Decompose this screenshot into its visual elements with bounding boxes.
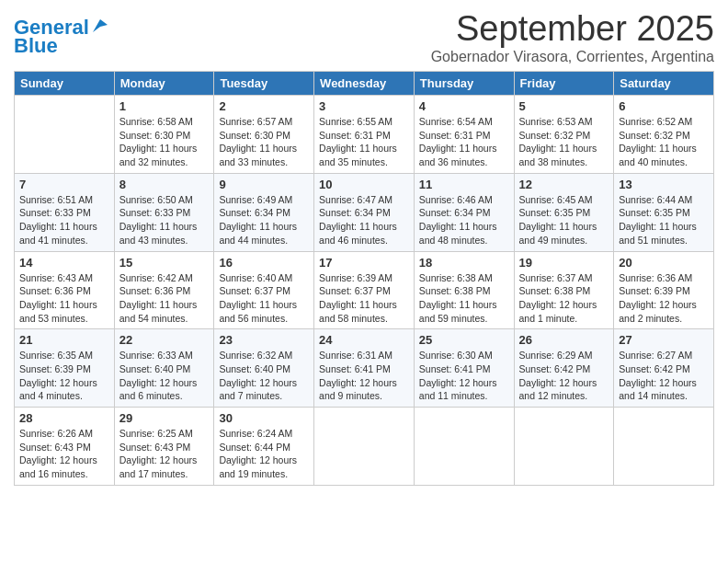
calendar-cell: 5Sunrise: 6:53 AMSunset: 6:32 PMDaylight… xyxy=(514,96,614,174)
svg-marker-0 xyxy=(93,19,108,32)
calendar-cell: 10Sunrise: 6:47 AMSunset: 6:34 PMDayligh… xyxy=(314,173,415,251)
calendar-cell: 23Sunrise: 6:32 AMSunset: 6:40 PMDayligh… xyxy=(214,329,314,408)
day-number: 26 xyxy=(519,333,609,347)
day-info: Sunrise: 6:42 AMSunset: 6:36 PMDaylight:… xyxy=(119,271,210,326)
weekday-header-saturday: Saturday xyxy=(614,72,714,96)
weekday-header-tuesday: Tuesday xyxy=(214,72,314,96)
day-info: Sunrise: 6:55 AMSunset: 6:31 PMDaylight:… xyxy=(319,115,409,169)
day-info: Sunrise: 6:26 AMSunset: 6:43 PMDaylight:… xyxy=(19,427,109,481)
day-info: Sunrise: 6:35 AMSunset: 6:39 PMDaylight:… xyxy=(19,349,109,403)
day-number: 10 xyxy=(319,178,409,191)
day-number: 20 xyxy=(619,256,709,270)
calendar-cell: 9Sunrise: 6:49 AMSunset: 6:34 PMDaylight… xyxy=(214,173,314,251)
day-info: Sunrise: 6:52 AMSunset: 6:32 PMDaylight:… xyxy=(619,115,709,169)
calendar-cell xyxy=(15,96,115,174)
day-number: 8 xyxy=(119,178,210,191)
day-number: 7 xyxy=(19,178,109,191)
day-info: Sunrise: 6:39 AMSunset: 6:37 PMDaylight:… xyxy=(319,271,409,326)
day-info: Sunrise: 6:49 AMSunset: 6:34 PMDaylight:… xyxy=(219,193,309,247)
calendar-cell: 29Sunrise: 6:25 AMSunset: 6:43 PMDayligh… xyxy=(114,408,214,486)
day-number: 30 xyxy=(219,411,309,425)
day-info: Sunrise: 6:50 AMSunset: 6:33 PMDaylight:… xyxy=(119,193,210,247)
calendar-cell: 15Sunrise: 6:42 AMSunset: 6:36 PMDayligh… xyxy=(114,251,214,329)
calendar-cell: 3Sunrise: 6:55 AMSunset: 6:31 PMDaylight… xyxy=(314,96,415,174)
day-info: Sunrise: 6:47 AMSunset: 6:34 PMDaylight:… xyxy=(319,193,409,247)
day-info: Sunrise: 6:24 AMSunset: 6:44 PMDaylight:… xyxy=(219,427,309,481)
page-header: General Blue September 2025 Gobernador V… xyxy=(14,9,714,65)
calendar-week-row: 21Sunrise: 6:35 AMSunset: 6:39 PMDayligh… xyxy=(15,329,714,408)
day-number: 6 xyxy=(619,99,709,113)
calendar-cell: 14Sunrise: 6:43 AMSunset: 6:36 PMDayligh… xyxy=(15,251,115,329)
calendar-cell: 21Sunrise: 6:35 AMSunset: 6:39 PMDayligh… xyxy=(15,329,115,408)
calendar-cell: 12Sunrise: 6:45 AMSunset: 6:35 PMDayligh… xyxy=(514,173,614,251)
day-info: Sunrise: 6:46 AMSunset: 6:34 PMDaylight:… xyxy=(419,193,509,247)
day-number: 14 xyxy=(19,256,109,270)
weekday-header-wednesday: Wednesday xyxy=(314,72,415,96)
calendar-cell: 8Sunrise: 6:50 AMSunset: 6:33 PMDaylight… xyxy=(114,173,214,251)
calendar-cell xyxy=(314,408,415,486)
day-info: Sunrise: 6:53 AMSunset: 6:32 PMDaylight:… xyxy=(519,115,609,169)
calendar-cell: 20Sunrise: 6:36 AMSunset: 6:39 PMDayligh… xyxy=(614,251,714,329)
calendar-cell: 7Sunrise: 6:51 AMSunset: 6:33 PMDaylight… xyxy=(15,173,115,251)
calendar-cell: 4Sunrise: 6:54 AMSunset: 6:31 PMDaylight… xyxy=(414,96,514,174)
calendar-cell: 25Sunrise: 6:30 AMSunset: 6:41 PMDayligh… xyxy=(414,329,514,408)
title-block: September 2025 Gobernador Virasora, Corr… xyxy=(431,9,714,65)
day-info: Sunrise: 6:29 AMSunset: 6:42 PMDaylight:… xyxy=(519,349,609,403)
weekday-header-friday: Friday xyxy=(514,72,614,96)
day-info: Sunrise: 6:44 AMSunset: 6:35 PMDaylight:… xyxy=(619,193,709,247)
calendar-cell: 17Sunrise: 6:39 AMSunset: 6:37 PMDayligh… xyxy=(314,251,415,329)
day-number: 22 xyxy=(119,333,210,347)
location-subtitle: Gobernador Virasora, Corrientes, Argenti… xyxy=(431,49,714,65)
day-number: 15 xyxy=(119,256,210,270)
calendar-cell: 19Sunrise: 6:37 AMSunset: 6:38 PMDayligh… xyxy=(514,251,614,329)
day-number: 25 xyxy=(419,333,509,347)
calendar-table: SundayMondayTuesdayWednesdayThursdayFrid… xyxy=(14,71,714,486)
calendar-cell xyxy=(614,408,714,486)
day-info: Sunrise: 6:30 AMSunset: 6:41 PMDaylight:… xyxy=(419,349,509,403)
calendar-cell: 18Sunrise: 6:38 AMSunset: 6:38 PMDayligh… xyxy=(414,251,514,329)
weekday-header-sunday: Sunday xyxy=(15,72,115,96)
day-info: Sunrise: 6:54 AMSunset: 6:31 PMDaylight:… xyxy=(419,115,509,169)
calendar-week-row: 14Sunrise: 6:43 AMSunset: 6:36 PMDayligh… xyxy=(15,251,714,329)
calendar-week-row: 28Sunrise: 6:26 AMSunset: 6:43 PMDayligh… xyxy=(15,408,714,486)
calendar-cell xyxy=(514,408,614,486)
logo-bird-icon xyxy=(91,17,108,34)
day-info: Sunrise: 6:25 AMSunset: 6:43 PMDaylight:… xyxy=(119,427,210,481)
day-number: 28 xyxy=(19,411,109,425)
day-info: Sunrise: 6:40 AMSunset: 6:37 PMDaylight:… xyxy=(219,271,309,326)
calendar-cell: 28Sunrise: 6:26 AMSunset: 6:43 PMDayligh… xyxy=(15,408,115,486)
calendar-cell: 27Sunrise: 6:27 AMSunset: 6:42 PMDayligh… xyxy=(614,329,714,408)
weekday-header-thursday: Thursday xyxy=(414,72,514,96)
month-title: September 2025 xyxy=(431,9,714,49)
weekday-header-monday: Monday xyxy=(114,72,214,96)
day-info: Sunrise: 6:45 AMSunset: 6:35 PMDaylight:… xyxy=(519,193,609,247)
calendar-cell: 22Sunrise: 6:33 AMSunset: 6:40 PMDayligh… xyxy=(114,329,214,408)
day-number: 9 xyxy=(219,178,309,191)
day-number: 2 xyxy=(219,99,309,113)
calendar-cell: 2Sunrise: 6:57 AMSunset: 6:30 PMDaylight… xyxy=(214,96,314,174)
calendar-cell: 26Sunrise: 6:29 AMSunset: 6:42 PMDayligh… xyxy=(514,329,614,408)
calendar-cell: 16Sunrise: 6:40 AMSunset: 6:37 PMDayligh… xyxy=(214,251,314,329)
day-info: Sunrise: 6:37 AMSunset: 6:38 PMDaylight:… xyxy=(519,271,609,326)
day-info: Sunrise: 6:57 AMSunset: 6:30 PMDaylight:… xyxy=(219,115,309,169)
calendar-cell xyxy=(414,408,514,486)
day-info: Sunrise: 6:31 AMSunset: 6:41 PMDaylight:… xyxy=(319,349,409,403)
day-info: Sunrise: 6:36 AMSunset: 6:39 PMDaylight:… xyxy=(619,271,709,326)
day-number: 23 xyxy=(219,333,309,347)
day-info: Sunrise: 6:32 AMSunset: 6:40 PMDaylight:… xyxy=(219,349,309,403)
calendar-week-row: 1Sunrise: 6:58 AMSunset: 6:30 PMDaylight… xyxy=(15,96,714,174)
day-info: Sunrise: 6:33 AMSunset: 6:40 PMDaylight:… xyxy=(119,349,210,403)
day-number: 5 xyxy=(519,99,609,113)
calendar-cell: 24Sunrise: 6:31 AMSunset: 6:41 PMDayligh… xyxy=(314,329,415,408)
calendar-cell: 13Sunrise: 6:44 AMSunset: 6:35 PMDayligh… xyxy=(614,173,714,251)
day-number: 29 xyxy=(119,411,210,425)
day-info: Sunrise: 6:43 AMSunset: 6:36 PMDaylight:… xyxy=(19,271,109,326)
day-info: Sunrise: 6:27 AMSunset: 6:42 PMDaylight:… xyxy=(619,349,709,403)
day-number: 21 xyxy=(19,333,109,347)
day-number: 12 xyxy=(519,178,609,191)
calendar-cell: 1Sunrise: 6:58 AMSunset: 6:30 PMDaylight… xyxy=(114,96,214,174)
day-number: 4 xyxy=(419,99,509,113)
day-number: 11 xyxy=(419,178,509,191)
calendar-header-row: SundayMondayTuesdayWednesdayThursdayFrid… xyxy=(15,72,714,96)
day-number: 17 xyxy=(319,256,409,270)
